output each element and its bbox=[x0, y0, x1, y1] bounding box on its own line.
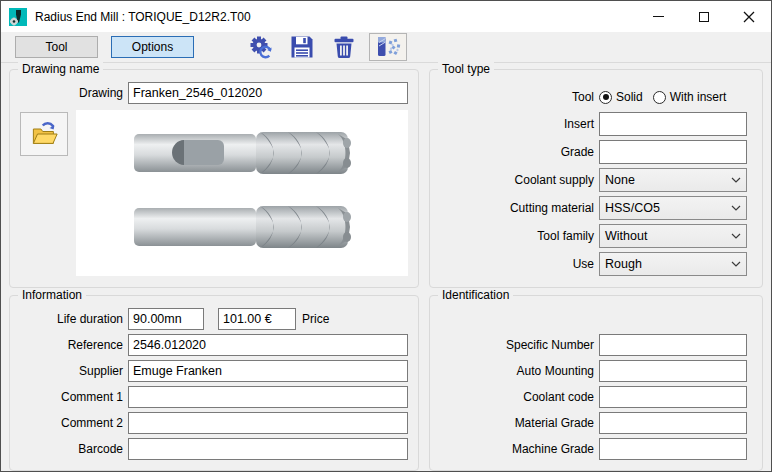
cutting-material-value: HSS/CO5 bbox=[605, 201, 731, 215]
radio-with-insert-label: With insert bbox=[670, 90, 727, 104]
radio-with-insert[interactable] bbox=[653, 91, 666, 104]
tab-options[interactable]: Options bbox=[111, 36, 194, 58]
chevron-down-icon bbox=[731, 233, 741, 239]
delete-button[interactable] bbox=[327, 33, 361, 61]
drawing-label: Drawing bbox=[20, 86, 123, 100]
window-titlebar: Radius End Mill : TORIQUE_D12R2.T00 bbox=[1, 1, 771, 32]
trash-icon bbox=[331, 34, 357, 60]
barcode-label: Barcode bbox=[20, 442, 123, 456]
use-dropdown[interactable]: Rough bbox=[599, 252, 747, 276]
use-label: Use bbox=[440, 257, 594, 271]
save-icon bbox=[289, 34, 315, 60]
app-icon bbox=[9, 8, 27, 26]
barcode-input[interactable] bbox=[128, 438, 408, 460]
specific-number-input[interactable] bbox=[599, 334, 747, 356]
tool-chips-icon bbox=[374, 34, 402, 60]
save-button[interactable] bbox=[285, 33, 319, 61]
coolant-supply-value: None bbox=[605, 173, 731, 187]
close-icon bbox=[743, 11, 755, 23]
content-area: Drawing name Drawing bbox=[1, 64, 771, 471]
specific-number-label: Specific Number bbox=[440, 338, 594, 352]
tool-photo bbox=[76, 110, 408, 276]
comment2-input[interactable] bbox=[128, 412, 408, 434]
window-title: Radius End Mill : TORIQUE_D12R2.T00 bbox=[35, 10, 636, 24]
reference-input[interactable] bbox=[128, 334, 408, 356]
two-end-mills-image bbox=[76, 110, 408, 276]
radio-solid[interactable] bbox=[599, 91, 612, 104]
close-button[interactable] bbox=[726, 1, 771, 32]
grade-label: Grade bbox=[440, 145, 594, 159]
group-information-legend: Information bbox=[18, 288, 86, 302]
machine-grade-input[interactable] bbox=[599, 438, 747, 460]
minimize-button[interactable] bbox=[636, 1, 681, 32]
coolant-supply-label: Coolant supply bbox=[440, 173, 594, 187]
chevron-down-icon bbox=[731, 177, 741, 183]
machine-grade-label: Machine Grade bbox=[440, 442, 594, 456]
auto-mounting-label: Auto Mounting bbox=[440, 364, 594, 378]
supplier-input[interactable] bbox=[128, 360, 408, 382]
chevron-down-icon bbox=[731, 205, 741, 211]
coolant-code-input[interactable] bbox=[599, 386, 747, 408]
comment2-label: Comment 2 bbox=[20, 416, 123, 430]
group-tool-type: Tool type Tool Solid With insert Insert … bbox=[429, 69, 763, 288]
grade-input[interactable] bbox=[599, 140, 747, 164]
material-grade-label: Material Grade bbox=[440, 416, 594, 430]
reference-label: Reference bbox=[20, 338, 123, 352]
group-drawing-name: Drawing name Drawing bbox=[9, 69, 419, 288]
maximize-icon bbox=[699, 12, 709, 22]
coolant-code-label: Coolant code bbox=[440, 390, 594, 404]
open-folder-icon bbox=[29, 120, 59, 148]
life-duration-label: Life duration bbox=[20, 312, 123, 326]
group-identification-legend: Identification bbox=[438, 288, 513, 302]
settings-refresh-icon bbox=[247, 34, 274, 61]
drawing-input[interactable] bbox=[128, 82, 408, 104]
use-value: Rough bbox=[605, 257, 731, 271]
tool-simulation-button[interactable] bbox=[369, 33, 407, 61]
insert-input[interactable] bbox=[599, 112, 747, 136]
auto-mounting-input[interactable] bbox=[599, 360, 747, 382]
browse-drawing-button[interactable] bbox=[20, 112, 68, 156]
group-identification: Identification Specific Number Auto Moun… bbox=[429, 295, 763, 471]
insert-label: Insert bbox=[440, 117, 594, 131]
chevron-down-icon bbox=[731, 261, 741, 267]
tool-family-value: Without bbox=[605, 229, 731, 243]
coolant-supply-dropdown[interactable]: None bbox=[599, 168, 747, 192]
maximize-button[interactable] bbox=[681, 1, 726, 32]
minimize-icon bbox=[653, 16, 664, 17]
cutting-material-dropdown[interactable]: HSS/CO5 bbox=[599, 196, 747, 220]
comment1-input[interactable] bbox=[128, 386, 408, 408]
settings-refresh-button[interactable] bbox=[243, 33, 277, 61]
supplier-label: Supplier bbox=[20, 364, 123, 378]
group-information: Information Life duration Price Referenc… bbox=[9, 295, 419, 471]
tool-family-label: Tool family bbox=[440, 229, 594, 243]
life-duration-input[interactable] bbox=[128, 308, 204, 330]
tool-radio-group-label: Tool bbox=[440, 90, 594, 104]
group-tool-type-legend: Tool type bbox=[438, 62, 494, 76]
tool-editor-window: Radius End Mill : TORIQUE_D12R2.T00 Tool… bbox=[0, 0, 772, 472]
radio-solid-label: Solid bbox=[616, 90, 643, 104]
material-grade-input[interactable] bbox=[599, 412, 747, 434]
price-input[interactable] bbox=[218, 308, 296, 330]
comment1-label: Comment 1 bbox=[20, 390, 123, 404]
group-drawing-name-legend: Drawing name bbox=[18, 62, 103, 76]
tab-tool[interactable]: Tool bbox=[15, 36, 98, 58]
toolbar: Tool Options bbox=[1, 32, 771, 63]
cutting-material-label: Cutting material bbox=[440, 201, 594, 215]
price-label: Price bbox=[302, 312, 329, 326]
tool-family-dropdown[interactable]: Without bbox=[599, 224, 747, 248]
